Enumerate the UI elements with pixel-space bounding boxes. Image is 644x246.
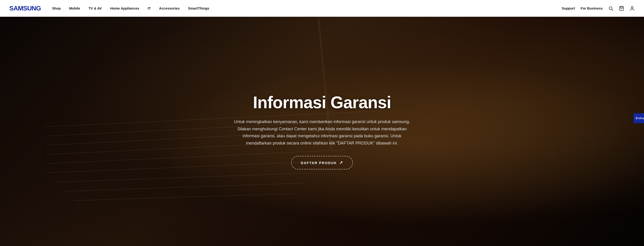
svg-point-3: [631, 6, 633, 8]
cart-icon[interactable]: [619, 6, 624, 11]
nav-item-home-appliances[interactable]: Home Appliances: [110, 6, 139, 10]
samsung-logo[interactable]: SAMSUNG: [9, 5, 41, 12]
nav-item-tv-av[interactable]: TV & AV: [88, 6, 102, 10]
for-business-link[interactable]: For Business: [580, 6, 603, 10]
side-label-text: Dukungan: [636, 116, 644, 120]
hero-section: Informasi Garansi Untuk meningkatkan ken…: [0, 17, 644, 246]
nav-item-accessories[interactable]: Accessories: [159, 6, 180, 10]
arrow-icon: ↗: [339, 160, 343, 165]
svg-line-1: [612, 9, 613, 11]
main-nav: Shop Mobile TV & AV Home Appliances IT A…: [52, 6, 562, 10]
site-header: SAMSUNG Shop Mobile TV & AV Home Applian…: [0, 0, 644, 17]
header-right: Support For Business: [562, 6, 635, 11]
nav-item-mobile[interactable]: Mobile: [69, 6, 80, 10]
support-link[interactable]: Support: [562, 6, 575, 10]
logo-area: SAMSUNG: [9, 5, 41, 12]
side-label[interactable]: Dukungan: [634, 113, 644, 123]
nav-item-smartthings[interactable]: SmartThings: [188, 6, 210, 10]
daftar-produk-button[interactable]: DAFTAR PRODUK ↗: [291, 156, 353, 169]
nav-item-it[interactable]: IT: [148, 6, 151, 10]
hero-title: Informasi Garansi: [232, 93, 412, 112]
daftar-produk-label: DAFTAR PRODUK: [301, 161, 337, 165]
nav-item-shop[interactable]: Shop: [52, 6, 61, 10]
account-icon[interactable]: [630, 6, 635, 11]
hero-content: Informasi Garansi Untuk meningkatkan ken…: [222, 93, 422, 170]
search-icon[interactable]: [608, 6, 613, 11]
hero-description: Untuk meningkatkan kenyamanan, kami memb…: [232, 118, 412, 147]
